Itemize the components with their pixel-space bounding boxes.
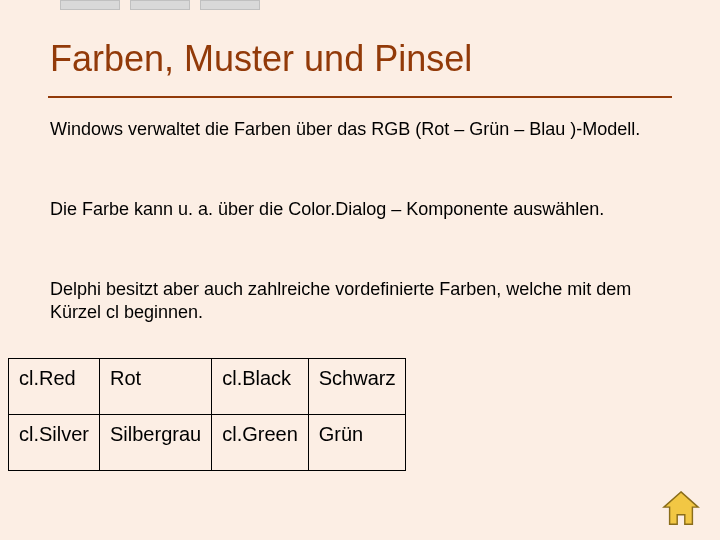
paragraph: Die Farbe kann u. a. über die Color.Dial… (50, 198, 670, 221)
table-cell: cl.Silver (9, 415, 100, 471)
table-cell: cl.Red (9, 359, 100, 415)
table-cell: cl.Green (212, 415, 309, 471)
color-table: cl.Red Rot cl.Black Schwarz cl.Silver Si… (8, 358, 406, 471)
table-cell: Grün (308, 415, 406, 471)
top-color-tab (200, 0, 260, 10)
top-color-tab (60, 0, 120, 10)
table-row: cl.Red Rot cl.Black Schwarz (9, 359, 406, 415)
table-row: cl.Silver Silbergrau cl.Green Grün (9, 415, 406, 471)
table-cell: Schwarz (308, 359, 406, 415)
title-underline (48, 96, 672, 98)
table-cell: Silbergrau (100, 415, 212, 471)
home-icon[interactable] (660, 490, 702, 528)
svg-marker-0 (664, 492, 698, 524)
paragraph: Delphi besitzt aber auch zahlreiche vord… (50, 278, 670, 324)
slide-title: Farben, Muster und Pinsel (50, 38, 472, 80)
table-cell: cl.Black (212, 359, 309, 415)
table-cell: Rot (100, 359, 212, 415)
top-color-tab (130, 0, 190, 10)
paragraph: Windows verwaltet die Farben über das RG… (50, 118, 670, 141)
